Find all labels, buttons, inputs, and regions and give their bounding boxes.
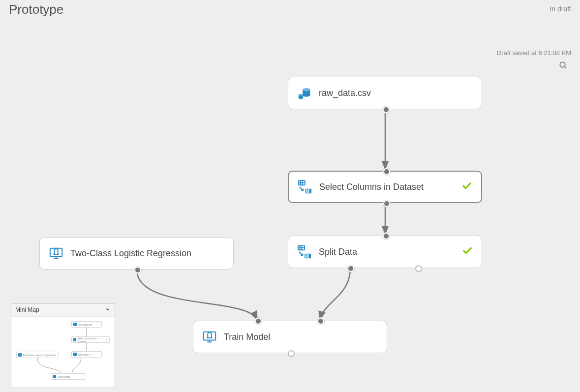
svg-rect-24: [204, 332, 215, 340]
transform-icon: [297, 244, 312, 259]
mini-node: raw_data.csv: [71, 321, 102, 328]
input-port[interactable]: [383, 233, 390, 240]
output-port[interactable]: [134, 267, 141, 273]
success-icon: [461, 181, 472, 194]
node-logistic-regression[interactable]: Two-Class Logistic Regression: [39, 237, 234, 270]
minimap-body[interactable]: raw_data.csv Select Columns in Dataset✓ …: [11, 316, 115, 388]
mini-node: Train Model: [51, 373, 86, 380]
svg-line-1: [564, 66, 566, 68]
dataset-icon: [297, 86, 312, 100]
draft-status: In draft: [549, 5, 571, 13]
svg-rect-18: [305, 254, 306, 258]
experiment-canvas[interactable]: Draft saved at 6:21:08 PM: [0, 21, 580, 392]
node-label: Train Model: [224, 332, 378, 342]
page-title: Prototype: [9, 2, 63, 17]
output-port-2[interactable]: [415, 265, 422, 272]
success-icon: [462, 245, 473, 259]
input-port[interactable]: [383, 168, 390, 175]
input-port-1[interactable]: [255, 318, 262, 325]
svg-point-3: [303, 88, 310, 91]
node-train-model[interactable]: Train Model: [193, 321, 387, 353]
node-raw-data[interactable]: raw_data.csv: [288, 77, 482, 109]
svg-rect-11: [305, 189, 307, 193]
output-port-1[interactable]: [347, 265, 354, 272]
transform-icon: [298, 180, 312, 194]
mini-node: Select Columns in Dataset✓: [71, 336, 110, 343]
output-port[interactable]: [383, 200, 390, 207]
svg-point-0: [560, 62, 565, 67]
model-icon: [49, 246, 63, 261]
output-port[interactable]: [383, 106, 390, 113]
mini-node: Two-Class Logistic Regression: [16, 352, 59, 358]
minimap-header[interactable]: Mini Map: [11, 304, 115, 316]
node-label: Select Columns in Dataset: [319, 182, 458, 192]
svg-rect-19: [307, 254, 308, 258]
input-port-2[interactable]: [317, 318, 324, 325]
svg-rect-20: [50, 248, 62, 257]
svg-rect-12: [307, 189, 309, 193]
svg-point-5: [299, 94, 303, 96]
node-label: Two-Class Logistic Regression: [70, 248, 224, 259]
chevron-down-icon: [105, 306, 111, 314]
saved-timestamp: Draft saved at 6:21:08 PM: [497, 49, 571, 57]
model-icon: [202, 330, 217, 344]
search-icon[interactable]: [559, 61, 568, 72]
node-label: raw_data.csv: [319, 88, 473, 98]
node-split-data[interactable]: Split Data: [288, 236, 482, 268]
mini-node: Split Data✓: [71, 351, 102, 358]
node-select-columns[interactable]: Select Columns in Dataset: [288, 171, 482, 203]
node-label: Split Data: [319, 247, 458, 257]
minimap-title: Mini Map: [15, 306, 39, 313]
minimap-panel[interactable]: Mini Map raw_data.csv Select Columns in …: [11, 303, 115, 388]
output-port[interactable]: [288, 350, 295, 357]
